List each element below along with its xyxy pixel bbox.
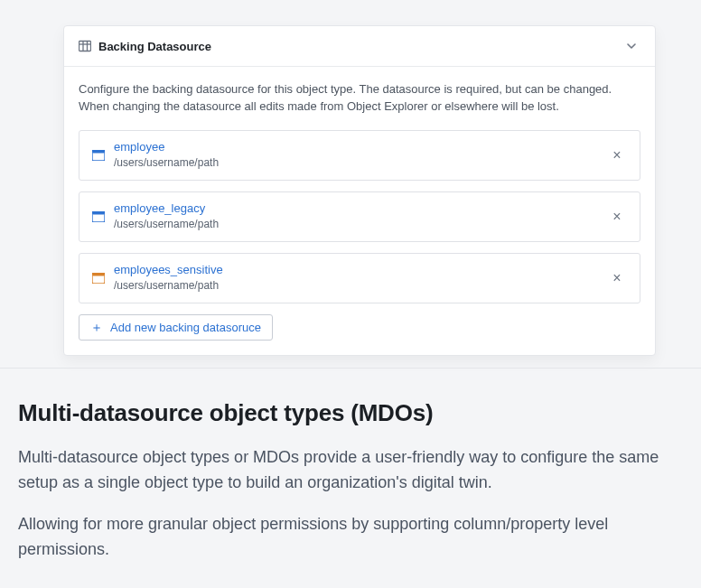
- article-paragraph: Allowing for more granular object permis…: [18, 512, 683, 563]
- svg-rect-5: [92, 150, 105, 154]
- datasource-text: employee /users/username/path: [114, 140, 598, 171]
- dataset-sensitive-icon: [92, 272, 105, 285]
- close-icon: ×: [612, 270, 621, 286]
- article-heading: Multi-datasource object types (MDOs): [18, 399, 683, 427]
- backing-datasource-panel: Backing Datasource Configure the backing…: [63, 25, 656, 356]
- datasource-path: /users/username/path: [114, 217, 598, 232]
- datasource-name[interactable]: employee_legacy: [114, 201, 598, 216]
- datasource-text: employee_legacy /users/username/path: [114, 201, 598, 232]
- article-paragraph: Multi-datasource object types or MDOs pr…: [18, 445, 683, 496]
- close-icon: ×: [612, 147, 621, 163]
- datasource-text: employees_sensitive /users/username/path: [114, 263, 598, 294]
- svg-rect-9: [92, 273, 105, 276]
- datasource-name[interactable]: employees_sensitive: [114, 263, 598, 277]
- svg-rect-7: [92, 211, 105, 215]
- remove-datasource-button[interactable]: ×: [607, 145, 627, 165]
- add-button-label: Add new backing datasoruce: [110, 321, 261, 334]
- datasource-row[interactable]: employees_sensitive /users/username/path…: [79, 253, 640, 303]
- datasource-path: /users/username/path: [114, 278, 598, 294]
- datasource-row[interactable]: employee_legacy /users/username/path ×: [79, 191, 640, 242]
- table-icon: [79, 40, 91, 52]
- panel-body: Configure the backing datasource for thi…: [64, 67, 655, 355]
- datasource-row[interactable]: employee /users/username/path ×: [79, 130, 640, 181]
- remove-datasource-button[interactable]: ×: [607, 207, 627, 227]
- datasource-name[interactable]: employee: [114, 140, 598, 154]
- add-backing-datasource-button[interactable]: ＋ Add new backing datasoruce: [79, 314, 273, 341]
- datasource-list: employee /users/username/path × employee…: [79, 130, 640, 303]
- panel-title: Backing Datasource: [98, 40, 622, 53]
- article-section: Multi-datasource object types (MDOs) Mul…: [18, 399, 683, 579]
- plus-icon: ＋: [90, 321, 103, 333]
- panel-header[interactable]: Backing Datasource: [64, 26, 655, 67]
- datasource-path: /users/username/path: [114, 155, 598, 171]
- close-icon: ×: [612, 209, 621, 225]
- remove-datasource-button[interactable]: ×: [607, 268, 627, 288]
- chevron-down-icon[interactable]: [622, 37, 640, 55]
- dataset-icon: [92, 149, 105, 162]
- panel-helptext: Configure the backing datasource for thi…: [79, 81, 640, 116]
- dataset-icon: [92, 210, 105, 223]
- svg-rect-0: [79, 42, 91, 51]
- section-separator: [0, 368, 701, 369]
